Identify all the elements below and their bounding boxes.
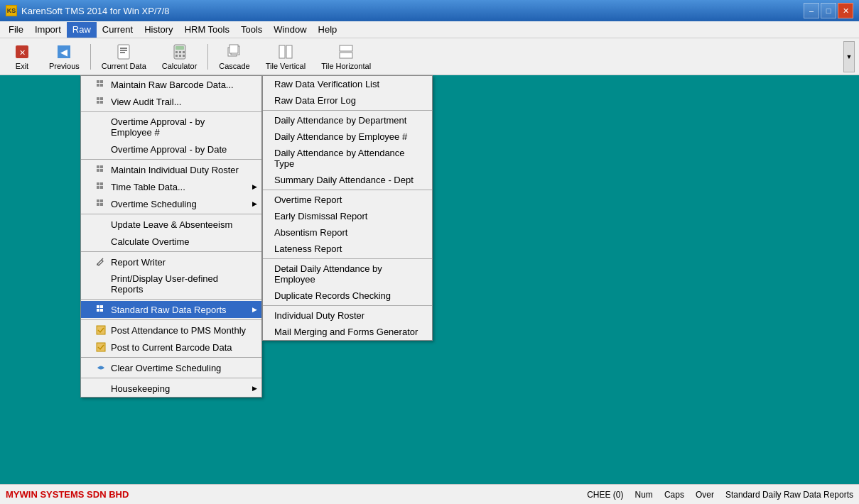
menu-current[interactable]: Current: [97, 22, 139, 38]
calculator-button[interactable]: Calculator: [156, 41, 204, 72]
menu-file[interactable]: File: [3, 22, 29, 38]
status-numlock: Num: [635, 490, 653, 500]
menu-clear-overtime[interactable]: Clear Overtime Scheduling: [81, 359, 261, 376]
menu-update-leave[interactable]: Update Leave & Absenteeism: [81, 216, 261, 233]
app-icon: KS: [6, 5, 17, 16]
submenu-arrow-housekeeping: ▶: [252, 385, 257, 392]
svg-rect-48: [100, 309, 103, 312]
submenu-overtime-report[interactable]: Overtime Report: [263, 192, 432, 208]
menu-overtime-scheduling[interactable]: Overtime Scheduling ▶: [81, 195, 261, 212]
grid-icon-4: [95, 181, 107, 192]
menu-post-current-barcode[interactable]: Post to Current Barcode Data: [81, 339, 261, 356]
raw-dropdown-menu: Maintain Raw Barcode Data... View Audit …: [80, 75, 262, 398]
current-data-button[interactable]: Current Data: [95, 41, 153, 72]
grid-icon-3: [95, 164, 107, 175]
svg-rect-21: [340, 45, 352, 51]
toolbar-expand-button[interactable]: ▼: [843, 41, 855, 72]
svg-rect-50: [97, 343, 105, 351]
submenu-summary-daily-dept[interactable]: Summary Daily Attendance - Dept: [263, 172, 432, 188]
blank-icon-1: [95, 121, 107, 133]
check-icon-1: [95, 324, 107, 336]
sub-sep-4: [263, 305, 432, 306]
svg-rect-18: [229, 45, 238, 53]
cascade-button[interactable]: Cascade: [212, 41, 256, 72]
previous-button[interactable]: ◀ Previous: [43, 41, 86, 72]
blank-icon-6: [95, 383, 107, 394]
svg-rect-13: [175, 55, 178, 57]
menu-standard-raw-reports[interactable]: Standard Raw Data Reports ▶: [81, 301, 261, 318]
submenu-daily-attendance-dept[interactable]: Daily Attendance by Department: [263, 112, 432, 128]
svg-rect-42: [100, 203, 103, 206]
svg-rect-22: [340, 53, 352, 58]
menu-post-attendance-pms[interactable]: Post Attendance to PMS Monthly: [81, 322, 261, 339]
svg-rect-41: [97, 203, 99, 206]
submenu-early-dismissal[interactable]: Early Dismissal Report: [263, 208, 432, 224]
pen-icon: [95, 256, 107, 268]
menu-timetable-data[interactable]: Time Table Data... ▶: [81, 178, 261, 195]
svg-text:✕: ✕: [19, 48, 26, 57]
submenu-daily-attendance-type[interactable]: Daily Attendance by Attendance Type: [263, 145, 432, 172]
svg-rect-34: [100, 169, 103, 172]
restore-button[interactable]: □: [821, 3, 836, 18]
menu-maintain-duty-roster[interactable]: Maintain Individual Duty Roster: [81, 161, 261, 178]
menu-housekeeping[interactable]: Housekeeping ▶: [81, 380, 261, 397]
status-user: CHEE (0): [587, 490, 623, 500]
svg-rect-30: [100, 101, 103, 104]
sep-3: [81, 214, 261, 214]
grid-icon-1: [95, 79, 107, 90]
svg-rect-26: [100, 84, 103, 87]
submenu-daily-attendance-emp[interactable]: Daily Attendance by Employee #: [263, 128, 432, 145]
menu-view-audit-trail[interactable]: View Audit Trail...: [81, 93, 261, 110]
menu-report-writer[interactable]: Report Writer: [81, 253, 261, 270]
status-text: Standard Daily Raw Data Reports: [725, 490, 853, 500]
menu-overtime-approval-date[interactable]: Overtime Approval - by Date: [81, 141, 261, 158]
menu-history[interactable]: History: [139, 22, 178, 38]
menu-help[interactable]: Help: [313, 22, 343, 38]
menu-overtime-approval-emp[interactable]: Overtime Approval - by Employee #: [81, 114, 261, 141]
close-button[interactable]: ✕: [838, 3, 853, 18]
menu-import[interactable]: Import: [29, 22, 67, 38]
current-data-icon: [115, 43, 132, 60]
svg-rect-36: [100, 182, 103, 185]
submenu-duplicate-records[interactable]: Duplicate Records Checking: [263, 287, 432, 304]
submenu-raw-verification[interactable]: Raw Data Verification List: [263, 76, 432, 92]
svg-rect-39: [97, 199, 99, 202]
menu-tools[interactable]: Tools: [235, 22, 268, 38]
svg-rect-9: [175, 46, 184, 50]
menu-maintain-raw-barcode[interactable]: Maintain Raw Barcode Data...: [81, 76, 261, 93]
tile-vertical-button[interactable]: Tile Vertical: [259, 41, 312, 72]
exit-button[interactable]: ✕ Exit: [4, 41, 40, 72]
svg-rect-45: [97, 305, 99, 308]
submenu-raw-error-log[interactable]: Raw Data Error Log: [263, 92, 432, 109]
menu-raw[interactable]: Raw: [67, 22, 97, 38]
svg-rect-35: [97, 182, 99, 185]
sep-1: [81, 111, 261, 112]
svg-rect-28: [100, 97, 103, 100]
blank-icon-5: [95, 278, 107, 290]
svg-rect-25: [97, 84, 99, 87]
menu-hrm-tools[interactable]: HRM Tools: [179, 22, 235, 38]
sep-6: [81, 319, 261, 320]
grid-icon-5: [95, 198, 107, 209]
submenu-detail-daily[interactable]: Detail Daily Attendance by Employee: [263, 261, 432, 287]
submenu-individual-duty-roster[interactable]: Individual Duty Roster: [263, 307, 432, 324]
submenu-arrow-standard: ▶: [252, 306, 257, 313]
submenu-lateness[interactable]: Lateness Report: [263, 241, 432, 257]
standard-raw-data-reports-submenu: Raw Data Verification List Raw Data Erro…: [262, 75, 433, 341]
title-bar-controls: – □ ✕: [804, 3, 853, 18]
svg-rect-49: [97, 326, 105, 334]
status-overwrite: Over: [696, 490, 714, 500]
menu-window[interactable]: Window: [268, 22, 312, 38]
submenu-absentism[interactable]: Absentism Report: [263, 224, 432, 241]
blank-icon-4: [95, 236, 107, 247]
blank-icon-2: [95, 143, 107, 155]
svg-rect-11: [179, 51, 181, 53]
menu-calculate-overtime[interactable]: Calculate Overtime: [81, 233, 261, 250]
company-name: MYWIN SYSTEMS SDN BHD: [6, 489, 129, 500]
tile-horizontal-button[interactable]: Tile Horizontal: [315, 41, 377, 72]
menu-print-display[interactable]: Print/Display User-defined Reports: [81, 270, 261, 297]
svg-rect-38: [100, 186, 103, 189]
sep-8: [81, 378, 261, 378]
submenu-mail-merging[interactable]: Mail Merging and Forms Generator: [263, 324, 432, 340]
minimize-button[interactable]: –: [804, 3, 819, 18]
